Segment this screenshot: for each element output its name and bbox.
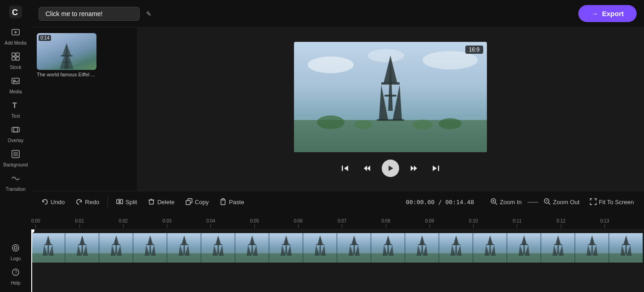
ruler-mark: 0:08 [381,218,390,228]
svg-text:?: ? [15,269,17,275]
sidebar-item-label: Media [9,89,22,94]
svg-rect-115 [248,244,256,245]
logo-icon [11,243,20,255]
redo-icon [76,198,83,206]
sidebar-item-logo[interactable]: Logo [2,240,29,264]
video-track[interactable] [31,233,644,263]
zoom-out-icon [544,198,551,206]
svg-rect-50 [117,200,119,204]
zoom-in-button[interactable]: Zoom In [487,196,525,209]
svg-rect-41 [342,166,343,171]
time-current: 00:00.00 [406,199,435,206]
media-panel: 0:14 The world famous Eiffel ... [31,28,137,191]
preview-video: 16:9 [294,42,487,152]
rename-cursor-icon: ✎ [146,10,152,17]
project-title-input[interactable] [39,7,140,21]
export-arrow-icon: → [591,10,598,17]
ruler-mark-line [342,224,342,228]
sidebar: C Add Media Stock [0,0,31,292]
fast-forward-button[interactable] [407,161,421,176]
svg-rect-5 [12,53,15,56]
svg-rect-51 [120,200,123,204]
sidebar-item-transition[interactable]: Transition [2,171,29,195]
track-frame [337,233,371,263]
sidebar-item-text[interactable]: T Text [2,98,29,121]
sidebar-item-background[interactable]: Background [2,147,29,170]
svg-rect-154 [439,253,473,263]
svg-marker-21 [62,43,71,56]
ruler-mark-label: 0:06 [294,218,303,223]
playback-controls [338,160,443,177]
svg-rect-164 [486,244,494,245]
sidebar-item-help[interactable]: ? Help [2,265,29,288]
svg-rect-150 [418,244,426,245]
timeline-area: Undo Redo [31,191,644,292]
ruler-mark-label: 0:11 [513,218,521,223]
ruler-mark: 0:12 [556,218,565,228]
track-frame [201,233,235,263]
skip-to-start-button[interactable] [338,161,352,176]
zoom-out-button[interactable]: Zoom Out [540,196,583,209]
svg-rect-12 [12,127,17,132]
svg-rect-77 [65,253,99,263]
media-thumbnail[interactable]: 0:14 [37,33,96,70]
timeline-playhead [31,229,32,292]
paste-button[interactable]: Paste [215,195,249,209]
copy-button[interactable]: Copy [181,195,213,209]
export-label: Export [602,10,624,17]
stock-icon [11,52,20,63]
zoom-in-label: Zoom In [500,199,522,206]
sidebar-item-label: Help [11,281,21,286]
svg-rect-70 [31,253,65,263]
topbar: ✎ → Export [31,0,644,28]
svg-point-40 [412,120,433,130]
ruler-mark: 0:09 [425,218,434,228]
track-frame [473,233,507,263]
skip-to-end-button[interactable] [429,161,443,176]
redo-button[interactable]: Redo [71,195,104,209]
svg-rect-189 [609,253,643,263]
content-area: 0:14 The world famous Eiffel ... [31,28,644,292]
svg-rect-80 [78,244,86,245]
svg-text:C: C [12,8,18,17]
svg-point-16 [12,245,19,251]
split-button[interactable]: Split [112,195,141,209]
track-frame [167,233,201,263]
play-button[interactable] [382,160,399,177]
ruler-mark: 0:02 [119,218,128,228]
ruler-mark-line [210,224,211,228]
timeline-ruler: 0:000:010:020:030:040:050:060:070:080:09… [31,213,644,229]
svg-rect-147 [405,253,439,263]
undo-button[interactable]: Undo [37,195,69,209]
media-title: The world famous Eiffel ... [37,72,96,77]
svg-rect-140 [371,253,405,263]
fit-to-screen-button[interactable]: Fit To Screen [585,196,638,209]
export-button[interactable]: → Export [578,5,637,22]
sidebar-item-media[interactable]: Media [2,74,29,97]
svg-marker-42 [344,166,348,171]
svg-rect-6 [16,53,19,56]
svg-point-39 [354,120,372,129]
svg-rect-136 [350,244,358,245]
sidebar-item-stock[interactable]: Stock [2,49,29,73]
svg-rect-8 [16,57,19,60]
ruler-mark-line [473,224,474,228]
ruler-mark-line [254,224,255,228]
toolbar-divider-1 [107,197,108,208]
sidebar-item-overlay[interactable]: Overlay [2,122,29,146]
svg-marker-47 [414,166,417,171]
svg-rect-32 [381,82,400,85]
sidebar-item-add-media[interactable]: Add Media [2,25,29,48]
sidebar-item-label: Overlay [8,138,23,143]
svg-point-38 [439,118,462,129]
timeline-track-area[interactable] [31,229,644,292]
ruler-mark-label: 0:01 [75,218,84,223]
eiffel-thumb-icon [55,42,78,70]
svg-rect-84 [99,253,133,263]
sidebar-item-label: Logo [11,256,21,261]
svg-rect-175 [541,253,575,263]
track-frame [541,233,575,263]
rewind-button[interactable] [360,161,374,176]
delete-button[interactable]: Delete [143,195,179,209]
sidebar-item-label: Stock [10,65,21,70]
